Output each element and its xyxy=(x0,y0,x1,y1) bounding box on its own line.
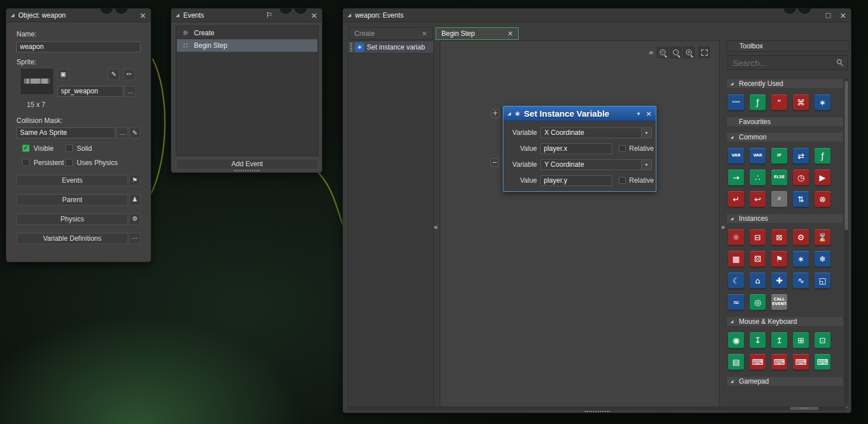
toolbox-section-common[interactable]: ◢Common xyxy=(726,132,844,142)
value-input[interactable] xyxy=(540,175,612,186)
destroy-at-position-icon[interactable]: ⊠ xyxy=(771,229,787,245)
collision-edit-button[interactable]: ✎ xyxy=(129,127,140,138)
persistent-checkbox[interactable] xyxy=(22,159,30,166)
collapse-section-icon[interactable]: ◢ xyxy=(730,135,735,139)
with-icon[interactable]: ∴ xyxy=(750,170,766,186)
room-flag-icon[interactable]: ⚑ xyxy=(771,251,787,267)
keyboard-pressed-icon[interactable]: ⌨ xyxy=(771,354,787,370)
mouse-down-icon[interactable]: ↧ xyxy=(750,332,766,348)
zoom-reset-button[interactable] xyxy=(670,47,681,58)
add-argument-button[interactable]: + xyxy=(491,109,499,118)
variable-definitions-button[interactable]: Variable Definitions xyxy=(16,233,128,244)
collapse-section-icon[interactable]: ◢ xyxy=(730,81,735,86)
function-call-icon[interactable]: ƒ xyxy=(815,148,830,164)
solid-checkbox[interactable] xyxy=(65,145,73,152)
fit-view-button[interactable] xyxy=(698,47,710,58)
toolbox-section-instances[interactable]: ◢Instances xyxy=(726,213,844,224)
zoom-out-button[interactable]: − xyxy=(657,47,668,58)
return-icon[interactable]: ↵ xyxy=(728,191,744,207)
wave-icon[interactable]: ≈ xyxy=(728,294,744,310)
toolbox-section-favourites[interactable]: Favourites xyxy=(726,117,844,127)
path-icon[interactable]: ∿ xyxy=(793,273,809,289)
assign-variable-icon[interactable]: VAR xyxy=(728,148,744,164)
deactivate-instance-icon[interactable]: ▦ xyxy=(728,251,744,267)
events-button[interactable]: Events xyxy=(16,175,128,186)
parent-icon[interactable]: ♟ xyxy=(129,194,140,205)
toolbox-section-gamepad[interactable]: ◢Gamepad xyxy=(726,376,844,386)
mouse-wheel-icon[interactable]: ⊡ xyxy=(815,332,830,348)
keyboard-check-icon[interactable]: ⌨ xyxy=(750,354,766,370)
layer-icon[interactable]: ◱ xyxy=(815,273,830,289)
target-icon[interactable]: ◎ xyxy=(750,294,766,310)
ghost-icon[interactable]: ⌂ xyxy=(750,273,766,289)
instance-timer-icon[interactable]: ⌛ xyxy=(815,229,830,245)
chevron-down-icon[interactable]: ▾ xyxy=(641,159,652,170)
resize-grip[interactable] xyxy=(585,411,610,412)
add-instance-variable-icon[interactable]: ✚ xyxy=(771,273,787,289)
scrollbar-thumb[interactable] xyxy=(790,407,819,410)
toolbox-section-mouse-keyboard[interactable]: ◢Mouse & Keyboard xyxy=(726,316,844,327)
uses-physics-checkbox[interactable] xyxy=(65,159,73,166)
mouse-up-icon[interactable]: ↥ xyxy=(771,332,787,348)
break-icon[interactable]: ⊗ xyxy=(815,191,830,207)
collapse-section-icon[interactable]: ◢ xyxy=(730,379,735,384)
edit-sprite-button[interactable]: ✏ xyxy=(123,69,135,80)
sidebar-item-set-instance-variable[interactable]: ∗ Set instance variab xyxy=(348,41,433,53)
set-instance-variable-node[interactable]: ◢ ∗ Set Instance Variable ▾ × Variable X… xyxy=(503,106,656,192)
search-input[interactable] xyxy=(728,55,848,70)
chevron-down-icon[interactable]: ▾ xyxy=(641,127,652,138)
zoom-in-button[interactable]: + xyxy=(683,47,695,58)
edit-image-button[interactable]: ✎ xyxy=(108,69,119,80)
snowflake-icon[interactable]: ❄ xyxy=(815,251,830,267)
events-window-titlebar[interactable]: ◢ Events ⚐ × xyxy=(171,9,322,22)
keyboard-clear-icon[interactable]: ⌨ xyxy=(815,354,830,370)
else-icon[interactable]: ELSE xyxy=(771,170,787,186)
if-variable-icon[interactable]: IF xyxy=(771,148,787,164)
resume-icon[interactable]: ▶ xyxy=(815,170,830,186)
collapse-panel-right-icon[interactable]: » xyxy=(720,219,726,234)
collapse-panel-left-icon[interactable]: « xyxy=(432,219,439,234)
ellipsis-icon[interactable]: ⋯ xyxy=(129,233,140,244)
function-call-icon[interactable]: ƒ xyxy=(750,94,766,110)
collapse-window-icon[interactable]: ◢ xyxy=(11,13,14,18)
comment-icon[interactable]: // xyxy=(771,191,787,207)
close-tab-icon[interactable]: × xyxy=(507,30,513,38)
event-item-create[interactable]: ☼ Create xyxy=(177,27,317,39)
destroy-instance-icon[interactable]: ⊟ xyxy=(750,229,766,245)
toolbox-section-recently-used[interactable]: ◢Recently Used xyxy=(726,79,844,89)
collapse-node-icon[interactable]: ◢ xyxy=(507,111,511,116)
add-event-button[interactable]: Add Event xyxy=(176,158,319,170)
sprite-name-input[interactable] xyxy=(57,86,123,97)
call-event-icon[interactable]: CALL EVENT xyxy=(771,294,787,310)
tab-create[interactable]: Create × xyxy=(349,27,433,40)
mouse-cursor-icon[interactable]: ◉ xyxy=(728,332,744,348)
name-input[interactable] xyxy=(16,42,140,52)
object-window-titlebar[interactable]: ◢ Object: weapon × xyxy=(6,9,151,22)
toolbox-scrollbar[interactable]: ▾ xyxy=(844,78,849,404)
relative-checkbox[interactable] xyxy=(619,145,626,152)
switch-icon[interactable]: ⇅ xyxy=(793,191,809,207)
scrollbar-thumb[interactable] xyxy=(845,81,848,230)
apply-to-icon[interactable]: → xyxy=(728,170,744,186)
flag-icon[interactable]: ⚑ xyxy=(129,175,140,186)
gear-icon[interactable]: ⚙ xyxy=(129,213,140,225)
keyboard-released-icon[interactable]: ⌨ xyxy=(793,354,809,370)
global-variable-icon[interactable]: VAR xyxy=(750,148,766,164)
collision-mask-dropdown[interactable]: Same As Sprite xyxy=(16,127,115,138)
activate-instance-icon[interactable]: ⚄ xyxy=(750,251,766,267)
close-node-icon[interactable]: × xyxy=(646,109,652,118)
variable-dropdown[interactable]: Y Coordinate ▾ xyxy=(540,159,652,170)
maximize-icon[interactable]: □ xyxy=(825,12,831,18)
collapse-section-icon[interactable]: ◢ xyxy=(730,319,735,324)
sprite-preview[interactable] xyxy=(21,69,53,94)
evaluate-expression-icon[interactable]: ⇄ xyxy=(793,148,809,164)
dnd-canvas[interactable]: ≡ − + + − ◢ ∗ Set Instance Variable ▾ × xyxy=(440,40,720,407)
collapse-section-icon[interactable]: ◢ xyxy=(730,216,735,221)
exit-event-icon[interactable]: ↩ xyxy=(750,191,766,207)
physics-button[interactable]: Physics xyxy=(16,213,128,225)
canvas-horizontal-scrollbar[interactable] xyxy=(348,406,846,410)
execute-script-icon[interactable]: ⌘ xyxy=(793,94,809,110)
value-input[interactable] xyxy=(540,143,612,154)
collapse-window-icon[interactable]: ◢ xyxy=(176,13,179,18)
keyboard-layout-icon[interactable]: ▤ xyxy=(728,354,744,370)
